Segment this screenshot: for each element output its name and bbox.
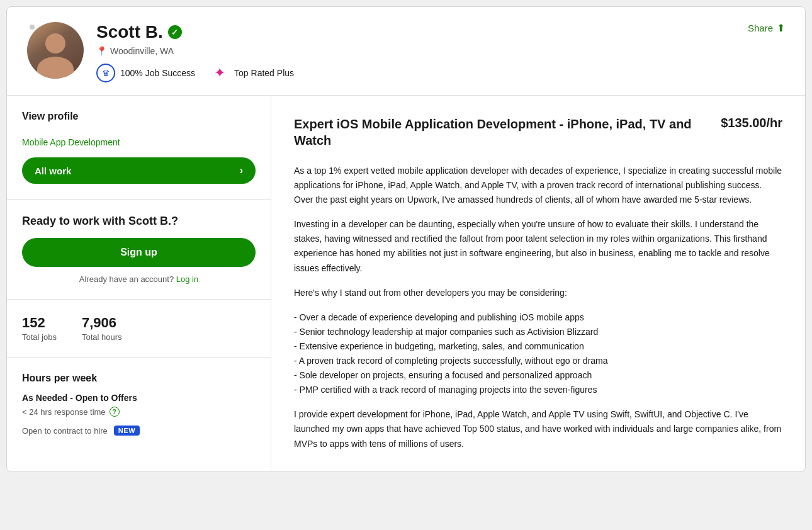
badges-row: ♛ 100% Job Success ✦ Top Rated Plus bbox=[96, 64, 785, 82]
response-time-row: < 24 hrs response time ? bbox=[22, 407, 256, 417]
share-label: Share bbox=[748, 23, 773, 33]
sidebar: View profile Mobile App Development All … bbox=[7, 96, 271, 471]
chevron-right-icon: › bbox=[240, 165, 243, 176]
view-profile-title: View profile bbox=[22, 111, 256, 122]
contract-row: Open to contract to hire NEW bbox=[22, 426, 256, 436]
stats-section: 152 Total jobs 7,906 Total hours bbox=[7, 300, 271, 358]
new-badge: NEW bbox=[114, 426, 140, 436]
job-success-icon: ♛ bbox=[96, 64, 115, 82]
profile-header: Scott B. ✓ 📍 Woodinville, WA ♛ 100% Job … bbox=[7, 7, 805, 96]
profile-body: View profile Mobile App Development All … bbox=[7, 96, 805, 471]
all-work-button[interactable]: All work › bbox=[22, 157, 256, 184]
job-title: Expert iOS Mobile Application Developmen… bbox=[294, 116, 708, 149]
description-paragraph: - Over a decade of experience developing… bbox=[294, 310, 782, 398]
total-hours-stat: 7,906 Total hours bbox=[82, 315, 122, 342]
signup-button[interactable]: Sign up bbox=[22, 238, 256, 267]
total-hours-value: 7,906 bbox=[82, 315, 122, 331]
location-icon: 📍 bbox=[96, 46, 107, 56]
job-title-row: Expert iOS Mobile Application Developmen… bbox=[294, 116, 782, 149]
profile-card: Scott B. ✓ 📍 Woodinville, WA ♛ 100% Job … bbox=[6, 6, 806, 472]
all-work-label: All work bbox=[35, 166, 71, 176]
view-profile-section: View profile Mobile App Development All … bbox=[7, 96, 271, 200]
signup-label: Sign up bbox=[120, 247, 157, 257]
total-jobs-stat: 152 Total jobs bbox=[22, 315, 57, 342]
job-success-label: 100% Job Success bbox=[120, 68, 195, 78]
login-row: Already have an account? Log in bbox=[22, 274, 256, 284]
name-row: Scott B. ✓ bbox=[96, 22, 785, 42]
availability-value: As Needed - Open to Offers bbox=[22, 393, 256, 403]
header-info: Scott B. ✓ 📍 Woodinville, WA ♛ 100% Job … bbox=[96, 22, 785, 82]
share-icon: ⬆ bbox=[777, 22, 785, 34]
description: As a top 1% expert vetted mobile applica… bbox=[294, 164, 782, 451]
share-button[interactable]: Share ⬆ bbox=[748, 22, 785, 34]
location-text: Woodinville, WA bbox=[110, 46, 174, 56]
hours-section: Hours per week As Needed - Open to Offer… bbox=[7, 358, 271, 451]
profile-name: Scott B. bbox=[96, 22, 163, 42]
description-paragraph: Here's why I stand out from other develo… bbox=[294, 286, 782, 300]
total-jobs-value: 152 bbox=[22, 315, 57, 331]
login-link[interactable]: Log in bbox=[176, 274, 198, 284]
top-rated-icon: ✦ bbox=[210, 64, 229, 82]
category-link[interactable]: Mobile App Development bbox=[22, 132, 256, 152]
job-success-badge: ♛ 100% Job Success bbox=[96, 64, 195, 82]
response-time-text: < 24 hrs response time bbox=[22, 407, 106, 417]
avatar-wrapper bbox=[27, 22, 84, 79]
location-row: 📍 Woodinville, WA bbox=[96, 46, 785, 56]
ready-title: Ready to work with Scott B.? bbox=[22, 215, 256, 228]
verified-badge: ✓ bbox=[168, 25, 182, 39]
hours-per-week-title: Hours per week bbox=[22, 373, 256, 384]
top-rated-badge: ✦ Top Rated Plus bbox=[210, 64, 294, 82]
main-content: Expert iOS Mobile Application Developmen… bbox=[271, 96, 805, 471]
hourly-rate: $135.00/hr bbox=[721, 116, 782, 130]
ready-section: Ready to work with Scott B.? Sign up Alr… bbox=[7, 200, 271, 300]
info-icon[interactable]: ? bbox=[110, 407, 120, 417]
description-paragraph: I provide expert development for iPhone,… bbox=[294, 407, 782, 451]
description-paragraph: As a top 1% expert vetted mobile applica… bbox=[294, 164, 782, 207]
login-prompt: Already have an account? bbox=[79, 274, 174, 284]
top-rated-star-icon: ✦ bbox=[214, 65, 225, 81]
top-rated-label: Top Rated Plus bbox=[234, 68, 294, 78]
description-paragraph: Investing in a developer can be daunting… bbox=[294, 217, 782, 275]
online-indicator bbox=[28, 23, 36, 31]
total-jobs-label: Total jobs bbox=[22, 332, 57, 342]
total-hours-label: Total hours bbox=[82, 332, 122, 342]
avatar bbox=[27, 22, 84, 79]
contract-label: Open to contract to hire bbox=[22, 426, 108, 436]
